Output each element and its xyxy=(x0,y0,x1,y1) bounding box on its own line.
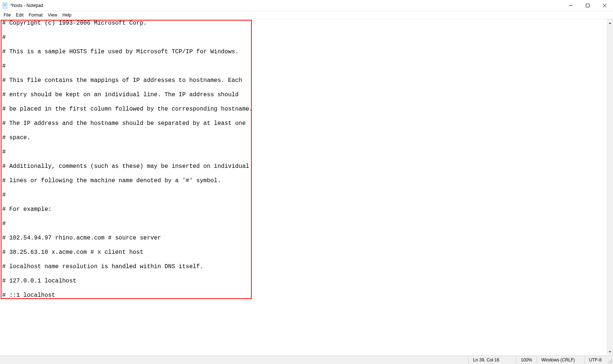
titlebar-left: *hosts - Notepad xyxy=(0,3,43,8)
status-encoding: UTF-8 xyxy=(584,356,606,364)
minimize-button[interactable] xyxy=(562,0,579,11)
menu-view[interactable]: View xyxy=(46,12,60,18)
scroll-up-arrow-icon[interactable] xyxy=(607,20,613,26)
close-button[interactable] xyxy=(596,0,613,11)
vertical-scrollbar[interactable] xyxy=(607,19,613,356)
menu-edit[interactable]: Edit xyxy=(14,12,26,18)
status-spacer xyxy=(0,356,468,364)
menu-help[interactable]: Help xyxy=(60,12,74,18)
status-line-ending: Windows (CRLF) xyxy=(537,356,584,364)
notepad-icon xyxy=(2,3,8,8)
status-cursor-position: Ln 39, Col 16 xyxy=(468,356,516,364)
maximize-button[interactable] xyxy=(579,0,596,11)
resize-grip-icon[interactable] xyxy=(606,356,613,364)
statusbar: Ln 39, Col 16 100% Windows (CRLF) UTF-8 xyxy=(0,356,613,364)
scroll-down-arrow-icon[interactable] xyxy=(607,349,613,355)
window-title: *hosts - Notepad xyxy=(10,3,43,8)
status-zoom: 100% xyxy=(516,356,537,364)
titlebar[interactable]: *hosts - Notepad xyxy=(0,0,613,11)
editor-wrap: # Copyright (c) 1993-2006 Microsoft Corp… xyxy=(0,19,607,356)
svg-rect-6 xyxy=(586,4,589,7)
content-area: # Copyright (c) 1993-2006 Microsoft Corp… xyxy=(0,19,613,356)
menubar: File Edit Format View Help xyxy=(0,11,613,19)
menu-file[interactable]: File xyxy=(1,12,13,18)
menu-format[interactable]: Format xyxy=(26,12,45,18)
window-controls xyxy=(562,0,613,11)
notepad-window: *hosts - Notepad File Edit Format View H… xyxy=(0,0,613,364)
text-editor[interactable]: # Copyright (c) 1993-2006 Microsoft Corp… xyxy=(0,19,607,356)
